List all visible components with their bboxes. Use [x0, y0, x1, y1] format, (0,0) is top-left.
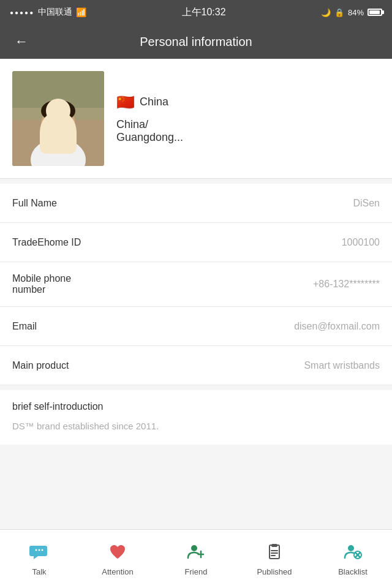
product-label: Main product: [12, 360, 123, 371]
tab-friend[interactable]: Friend: [157, 530, 235, 588]
avatar: [12, 71, 104, 166]
country-row: 🇨🇳 China: [116, 94, 380, 111]
email-label: Email: [12, 321, 123, 332]
svg-rect-7: [60, 121, 71, 127]
tab-published[interactable]: Published: [235, 530, 314, 588]
carrier-label: 中国联通: [38, 7, 72, 18]
phone-value: +86-132********: [123, 279, 380, 290]
nav-title: Personal information: [140, 35, 252, 49]
intro-section: brief self-introduction DS™ brand establ…: [0, 390, 392, 445]
intro-text: DS™ brand established since 2011.: [12, 420, 380, 434]
product-row: Main product Smart wristbands: [0, 346, 392, 385]
blacklist-icon: [343, 542, 363, 565]
fullname-row: Full Name DiSen: [0, 184, 392, 223]
talk-label: Talk: [32, 567, 46, 576]
intro-title: brief self-introduction: [12, 401, 380, 412]
product-value: Smart wristbands: [123, 360, 380, 371]
status-right: 🌙 🔒 84%: [321, 8, 382, 17]
info-list: Full Name DiSen TradeEhome ID 1000100 Mo…: [0, 184, 392, 385]
friend-label: Friend: [185, 567, 208, 576]
published-label: Published: [257, 567, 292, 576]
attention-label: Attention: [102, 567, 133, 576]
status-left: ●●●●● 中国联通 📶: [10, 7, 86, 18]
svg-point-26: [348, 545, 354, 551]
svg-point-4: [41, 105, 75, 145]
moon-icon: 🌙: [321, 8, 331, 17]
battery-percent: 84%: [348, 8, 364, 17]
phone-label: Mobile phonenumber: [12, 273, 123, 295]
published-icon: [265, 542, 284, 565]
email-row: Email disen@foxmail.com: [0, 307, 392, 346]
tradeid-value: 1000100: [123, 237, 380, 248]
wifi-icon: 📶: [76, 7, 86, 17]
lock-icon: 🔒: [334, 8, 344, 17]
fullname-label: Full Name: [12, 198, 123, 209]
phone-row: Mobile phonenumber +86-132********: [0, 262, 392, 307]
profile-section: 🇨🇳 China China/Guangdong...: [0, 59, 392, 179]
avatar-image: [12, 71, 104, 166]
status-bar: ●●●●● 中国联通 📶 上午10:32 🌙 🔒 84%: [0, 0, 392, 24]
profile-info: 🇨🇳 China China/Guangdong...: [116, 94, 380, 144]
talk-icon: [29, 542, 49, 565]
tradeid-row: TradeEhome ID 1000100: [0, 223, 392, 262]
email-value: disen@foxmail.com: [123, 321, 380, 332]
svg-point-11: [56, 130, 61, 134]
attention-icon: [108, 542, 127, 565]
svg-point-14: [42, 549, 43, 551]
friend-icon: [186, 542, 206, 565]
blacklist-label: Blacklist: [338, 567, 368, 576]
svg-point-15: [191, 545, 197, 551]
tab-talk[interactable]: Talk: [0, 530, 78, 588]
tab-attention[interactable]: Attention: [78, 530, 157, 588]
tab-bar: Talk Attention Friend: [0, 529, 392, 588]
svg-rect-6: [44, 121, 55, 127]
svg-rect-21: [270, 545, 279, 559]
svg-point-12: [36, 549, 37, 551]
svg-point-5: [41, 100, 75, 122]
status-time: 上午10:32: [182, 6, 226, 19]
fullname-value: DiSen: [123, 198, 380, 209]
back-button[interactable]: ←: [10, 29, 33, 55]
region-text: China/Guangdong...: [116, 118, 380, 144]
country-name: China: [140, 96, 168, 108]
country-flag: 🇨🇳: [116, 94, 135, 111]
nav-bar: ← Personal information: [0, 24, 392, 59]
battery-icon: [368, 9, 382, 16]
tradeid-label: TradeEhome ID: [12, 237, 123, 248]
svg-rect-22: [271, 544, 277, 547]
signal-dots: ●●●●●: [10, 9, 34, 16]
tab-blacklist[interactable]: Blacklist: [314, 530, 392, 588]
svg-point-13: [39, 549, 40, 551]
